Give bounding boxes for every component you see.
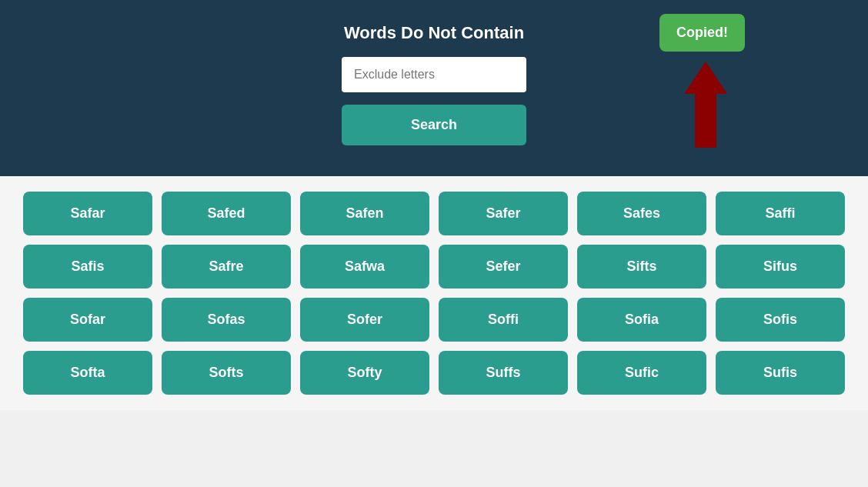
section-title: Words Do Not Contain <box>344 23 524 43</box>
word-tile[interactable]: Safwa <box>300 245 429 289</box>
word-tile[interactable]: Soffi <box>439 298 568 342</box>
search-button[interactable]: Search <box>342 105 526 145</box>
word-tile[interactable]: Safer <box>439 192 568 235</box>
word-tile[interactable]: Sofas <box>162 298 291 342</box>
bottom-section: SafarSafedSafenSaferSafesSaffiSafisSafre… <box>0 176 868 410</box>
word-tile[interactable]: Sofia <box>577 298 706 342</box>
copied-badge: Copied! <box>659 14 745 52</box>
word-tile[interactable]: Softs <box>162 351 291 395</box>
word-tile[interactable]: Sofis <box>716 298 845 342</box>
word-tile[interactable]: Suffs <box>439 351 568 395</box>
word-tile[interactable]: Safre <box>162 245 291 289</box>
word-tile[interactable]: Sifus <box>716 245 845 289</box>
word-tile[interactable]: Sofar <box>23 298 152 342</box>
word-tile[interactable]: Safis <box>23 245 152 289</box>
word-tile[interactable]: Safen <box>300 192 429 235</box>
word-tile[interactable]: Safar <box>23 192 152 235</box>
word-tile[interactable]: Sifts <box>577 245 706 289</box>
word-tile[interactable]: Safes <box>577 192 706 235</box>
word-tile[interactable]: Sefer <box>439 245 568 289</box>
arrow-shaft <box>695 94 716 148</box>
word-tile[interactable]: Saffi <box>716 192 845 235</box>
word-tile[interactable]: Softa <box>23 351 152 395</box>
top-section: Words Do Not Contain Search Copied! <box>0 0 868 176</box>
arrow-head <box>684 62 727 94</box>
word-tile[interactable]: Sufis <box>716 351 845 395</box>
word-tile[interactable]: Softy <box>300 351 429 395</box>
word-tile[interactable]: Sufic <box>577 351 706 395</box>
exclude-input[interactable] <box>342 57 526 92</box>
arrow-up-indicator <box>684 62 727 148</box>
word-tile[interactable]: Safed <box>162 192 291 235</box>
word-tile[interactable]: Sofer <box>300 298 429 342</box>
word-grid: SafarSafedSafenSaferSafesSaffiSafisSafre… <box>23 192 845 395</box>
